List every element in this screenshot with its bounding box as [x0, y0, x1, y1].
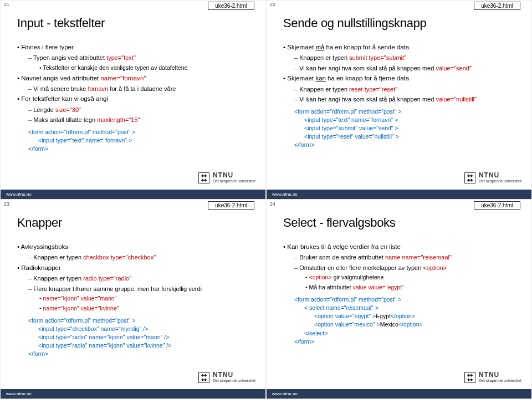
code-line: <input type="text" name="fornavn" > [304, 116, 520, 124]
logo-mark-icon: ◆◆◆◆ [198, 172, 209, 183]
code-block: <form action="rdform.pl" method="post" >… [294, 295, 520, 346]
bullet-level-1: Navnet angis ved attributtet name="forna… [17, 74, 254, 83]
code-line: </form> [28, 350, 254, 358]
code-line: </form> [294, 338, 520, 346]
bullet-level-1: Finnes i flere typer [17, 43, 254, 52]
slide-number: 24 [270, 201, 275, 207]
bullet-level-2: Lengde size="30" [28, 105, 254, 115]
bullet-level-2: Knappen er typen checkbox type="checkbox… [28, 253, 254, 262]
bullet-level-2: Knappen er typen submit type="submit" [294, 53, 520, 63]
bullet-level-1: Skjemaet må ha en knapp for å sende data [283, 43, 520, 52]
code-block: <form action="rdform.pl" method="post" >… [28, 128, 254, 154]
logo-text: NTNUDet skapende universitet [479, 172, 521, 183]
slide-title: Knapper [17, 216, 254, 230]
footer-bar: www.ntnu.no [267, 190, 531, 199]
logo-text: NTNUDet skapende universitet [479, 371, 521, 383]
slide-file-label: uke36-2.html [474, 201, 520, 210]
bullet-level-1: Kan brukes til å velge verdier fra en li… [283, 242, 520, 252]
ntnu-logo: ◆◆◆◆NTNUDet skapende universitet [464, 172, 521, 183]
slide-number: 22 [270, 2, 275, 7]
ntnu-logo: ◆◆◆◆NTNUDet skapende universitet [198, 172, 255, 183]
slide-number: 21 [4, 2, 9, 7]
bullet-level-1: For tekstfelter kan vi også angi [17, 94, 254, 104]
code-block: <form action="rdform.pl" method="post" >… [294, 108, 520, 150]
code-line: <input type="radio" name="kjonn" value="… [38, 341, 254, 350]
bullet-level-2: Vi kan her angi hva som skal stå på knap… [294, 95, 520, 104]
bullet-level-2: Omslutter en eller flere merkelapper av … [294, 263, 520, 273]
bullet-level-2: Vi må senere bruke fornavn for å få ta i… [28, 84, 254, 94]
footer-bar: www.ntnu.no [267, 389, 531, 399]
slide-content: AvkryssingsboksKnappen er typen checkbox… [17, 242, 254, 313]
code-line: <option value="egypt" >Egypt</option> [314, 312, 520, 320]
code-line: < select name="reisemaal" > [304, 304, 520, 312]
bullet-level-3: <option> gir valgmulighetene [305, 273, 520, 282]
slide: 21uke36-2.htmlInput - tekstfelterFinnes … [0, 0, 266, 200]
slide-title: Select - flervalgsboks [283, 216, 520, 230]
code-line: <form action="rdform.pl" method="post" > [28, 128, 254, 136]
bullet-level-3: name="kjonn" value="kvinne" [39, 304, 254, 313]
bullet-level-1: Avkryssingsboks [17, 242, 254, 252]
logo-mark-icon: ◆◆◆◆ [464, 172, 475, 183]
bullet-level-2: Knappen er typen radio type="radio" [28, 274, 254, 283]
slide-content: Kan brukes til å velge verdier fra en li… [283, 242, 520, 292]
slide-file-label: uke36-2.html [208, 201, 254, 210]
code-line: </form> [294, 141, 520, 149]
code-line: <input type="radio" name="kjonn" value="… [38, 333, 254, 341]
logo-text: NTNUDet skapende universitet [213, 172, 255, 183]
slide-content: Skjemaet må ha en knapp for å sende data… [283, 43, 520, 104]
bullet-level-2: Knappen er typen reset type="reset" [294, 85, 520, 94]
bullet-level-2: Maks antall tillatte tegn maxlength="15" [28, 115, 254, 125]
slide-title: Input - tekstfelter [17, 16, 254, 30]
footer-bar: www.ntnu.no [1, 190, 265, 199]
slide-content: Finnes i flere typerTypen angis ved attr… [17, 43, 254, 125]
slide-number: 23 [4, 201, 9, 207]
logo-mark-icon: ◆◆◆◆ [464, 372, 475, 383]
footer-bar: www.ntnu.no [1, 389, 265, 399]
code-line: <input type="reset" value="nullstill" > [304, 132, 520, 141]
logo-mark-icon: ◆◆◆◆ [198, 372, 209, 383]
ntnu-logo: ◆◆◆◆NTNUDet skapende universitet [198, 371, 255, 383]
bullet-level-2: Flere knapper tilhører samme gruppe, men… [28, 284, 254, 294]
slide-file-label: uke36-2.html [474, 2, 520, 10]
bullet-level-3: Tekstfelter er kanskje den vanligste typ… [39, 64, 254, 73]
code-block: <form action="rdform.pl" method="post" >… [28, 317, 254, 359]
code-line: <input type="checkbox" name="myndig" /> [38, 325, 254, 333]
code-line: <form action="rdform.pl" method="post" > [28, 317, 254, 325]
bullet-level-3: name="kjonn" value="mann" [39, 294, 254, 303]
slide-file-label: uke36-2.html [208, 2, 254, 10]
code-line: </form> [28, 145, 254, 153]
code-line: <form action="rdform.pl" method="post" > [294, 295, 520, 304]
bullet-level-2: Vi kan her angi hva som skal stå på knap… [294, 64, 520, 73]
slide-title: Sende og nullstillingsknapp [283, 16, 520, 30]
code-line: <input type="submit" value="send" > [304, 124, 520, 132]
bullet-level-2: Typen angis ved attributtet type="text" [28, 53, 254, 63]
ntnu-logo: ◆◆◆◆NTNUDet skapende universitet [464, 371, 521, 383]
bullet-level-3: Må ha attributtet value value="egypt" [305, 283, 520, 292]
code-line: <input type="text" name="fornavn" > [38, 136, 254, 145]
bullet-level-1: Skjemaet kan ha en knapp for å fjerne da… [283, 74, 520, 83]
bullet-level-2: Bruker som de andre attributtet name nam… [294, 253, 520, 262]
logo-text: NTNUDet skapende universitet [213, 371, 255, 383]
code-line: <form action="rdform.pl" method="post" > [294, 108, 520, 116]
slide: 22uke36-2.htmlSende og nullstillingsknap… [266, 0, 532, 200]
code-line: <option value="mexico" >Mexico</option> [314, 320, 520, 329]
bullet-level-1: Radioknapper [17, 263, 254, 273]
slide: 24uke36-2.htmlSelect - flervalgsboksKan … [266, 200, 532, 399]
slide: 23uke36-2.htmlKnapperAvkryssingsboksKnap… [0, 200, 266, 399]
code-line: </select> [304, 329, 520, 338]
